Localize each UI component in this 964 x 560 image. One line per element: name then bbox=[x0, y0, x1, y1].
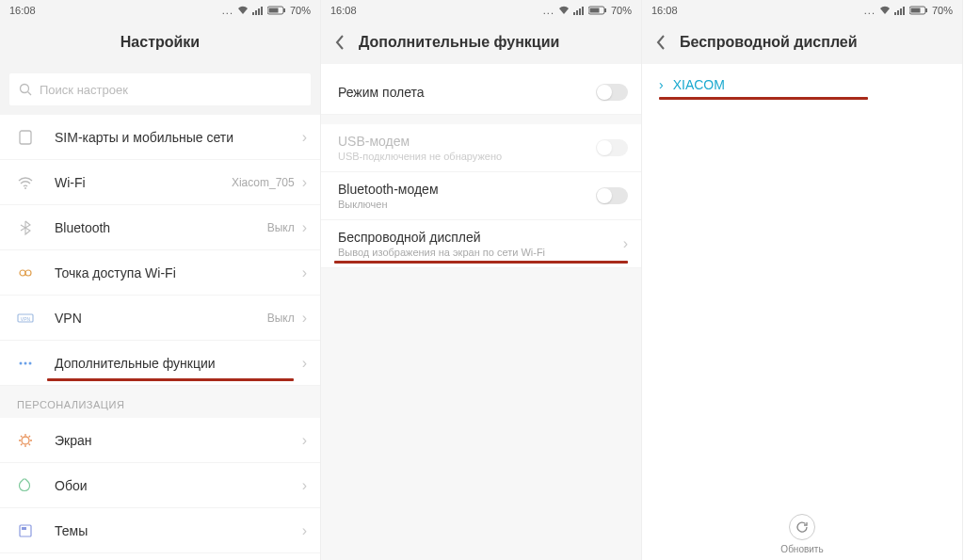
search-input[interactable] bbox=[40, 83, 301, 97]
header: Дополнительные функции bbox=[321, 21, 641, 64]
wallpaper-icon bbox=[17, 477, 55, 494]
back-button[interactable] bbox=[655, 34, 667, 51]
header: Настройки bbox=[0, 21, 320, 64]
svg-rect-19 bbox=[589, 8, 599, 13]
page-title: Дополнительные функции bbox=[359, 34, 559, 51]
row-display[interactable]: Экран › bbox=[0, 418, 320, 463]
section-personalization: ПЕРСОНАЛИЗАЦИЯ bbox=[0, 386, 320, 418]
row-hotspot[interactable]: Точка доступа Wi-Fi › bbox=[0, 250, 320, 296]
wifi-icon bbox=[237, 6, 249, 15]
row-usb-modem: USB-модем USB-подключения не обнаружено bbox=[321, 124, 641, 172]
svg-point-7 bbox=[20, 270, 25, 276]
row-sim[interactable]: SIM-карты и мобильные сети › bbox=[0, 115, 320, 160]
refresh-label: Обновить bbox=[780, 544, 823, 554]
airplane-toggle[interactable] bbox=[596, 84, 628, 101]
wifi-icon bbox=[558, 6, 570, 15]
row-airplane[interactable]: Режим полета bbox=[321, 70, 641, 115]
svg-point-3 bbox=[21, 85, 29, 93]
row-more-functions[interactable]: Дополнительные функции › bbox=[0, 341, 320, 386]
signal-icon bbox=[252, 6, 264, 15]
page-title: Настройки bbox=[120, 34, 200, 51]
screen-more-functions: 16:08 ... 70% Дополнительные функции Реж… bbox=[321, 0, 642, 560]
svg-point-8 bbox=[25, 270, 31, 276]
svg-line-4 bbox=[28, 92, 32, 96]
more-icon: ... bbox=[543, 5, 554, 16]
chevron-right-icon: › bbox=[302, 310, 307, 327]
svg-rect-22 bbox=[910, 8, 920, 13]
display-icon bbox=[17, 432, 55, 449]
status-battery: 70% bbox=[611, 5, 632, 16]
chevron-right-icon: › bbox=[302, 264, 307, 281]
svg-rect-18 bbox=[604, 8, 606, 12]
row-bt-modem[interactable]: Bluetooth-модем Выключен bbox=[321, 172, 641, 220]
more-icon: ... bbox=[864, 5, 876, 16]
chevron-right-icon: › bbox=[302, 522, 307, 539]
device-name: XIACOM bbox=[673, 77, 725, 92]
back-button[interactable] bbox=[334, 34, 345, 51]
row-wireless-display[interactable]: Беспроводной дисплей Вывод изображения н… bbox=[321, 220, 641, 268]
status-battery: 70% bbox=[932, 5, 953, 16]
status-bar: 16:08 ... 70% bbox=[642, 0, 962, 21]
row-vpn[interactable]: VPN VPN Выкл › bbox=[0, 296, 320, 341]
bt-modem-toggle[interactable] bbox=[596, 187, 628, 204]
hotspot-icon bbox=[17, 264, 55, 281]
wifi-icon bbox=[17, 174, 55, 191]
themes-icon bbox=[17, 522, 55, 539]
vpn-value: Выкл bbox=[267, 312, 295, 325]
status-time: 16:08 bbox=[9, 5, 36, 16]
refresh-button[interactable]: Обновить bbox=[642, 504, 962, 560]
row-wifi[interactable]: Wi-Fi Xiacom_705 › bbox=[0, 160, 320, 205]
svg-rect-2 bbox=[268, 8, 278, 13]
search-box[interactable] bbox=[9, 73, 311, 105]
status-bar: 16:08 ... 70% bbox=[321, 0, 641, 21]
more-icon bbox=[17, 355, 55, 372]
chevron-right-icon: › bbox=[623, 235, 628, 252]
svg-rect-1 bbox=[283, 8, 285, 12]
chevron-right-icon: › bbox=[302, 219, 307, 236]
svg-point-14 bbox=[22, 437, 29, 444]
svg-point-12 bbox=[24, 361, 27, 364]
chevron-right-icon: › bbox=[659, 77, 664, 92]
status-time: 16:08 bbox=[330, 5, 357, 16]
battery-icon bbox=[909, 6, 928, 15]
signal-icon bbox=[573, 6, 585, 15]
svg-rect-5 bbox=[20, 131, 31, 144]
chevron-right-icon: › bbox=[302, 129, 307, 146]
svg-text:VPN: VPN bbox=[21, 315, 31, 321]
chevron-right-icon: › bbox=[302, 355, 307, 372]
row-themes[interactable]: Темы › bbox=[0, 508, 320, 553]
bluetooth-value: Выкл bbox=[267, 221, 295, 234]
wifi-value: Xiacom_705 bbox=[232, 176, 295, 189]
screen-wireless-display: 16:08 ... 70% Беспроводной дисплей › XIA… bbox=[642, 0, 963, 560]
row-wallpaper[interactable]: Обои › bbox=[0, 463, 320, 508]
chevron-right-icon: › bbox=[302, 432, 307, 449]
battery-icon bbox=[267, 6, 286, 15]
usb-modem-toggle bbox=[596, 139, 628, 156]
page-title: Беспроводной дисплей bbox=[680, 34, 858, 51]
vpn-icon: VPN bbox=[17, 310, 55, 327]
signal-icon bbox=[894, 6, 906, 15]
svg-rect-16 bbox=[22, 527, 26, 530]
status-time: 16:08 bbox=[651, 5, 678, 16]
svg-point-13 bbox=[29, 361, 32, 364]
svg-rect-21 bbox=[925, 8, 927, 12]
svg-point-6 bbox=[24, 187, 26, 189]
status-battery: 70% bbox=[290, 5, 311, 16]
highlight-underline bbox=[659, 97, 868, 100]
chevron-right-icon: › bbox=[302, 477, 307, 494]
header: Беспроводной дисплей bbox=[642, 21, 962, 64]
battery-icon bbox=[588, 6, 607, 15]
wifi-icon bbox=[879, 6, 891, 15]
chevron-right-icon: › bbox=[302, 174, 307, 191]
highlight-underline bbox=[334, 261, 628, 264]
bluetooth-icon bbox=[17, 219, 55, 236]
status-bar: 16:08 ... 70% bbox=[0, 0, 320, 21]
search-icon bbox=[19, 83, 32, 96]
screen-settings: 16:08 ... 70% Настройки bbox=[0, 0, 321, 560]
svg-rect-15 bbox=[20, 525, 31, 536]
row-bluetooth[interactable]: Bluetooth Выкл › bbox=[0, 205, 320, 250]
svg-point-11 bbox=[20, 361, 23, 364]
sim-icon bbox=[17, 129, 55, 146]
refresh-icon bbox=[789, 514, 815, 540]
device-row[interactable]: › XIACOM bbox=[642, 64, 962, 105]
